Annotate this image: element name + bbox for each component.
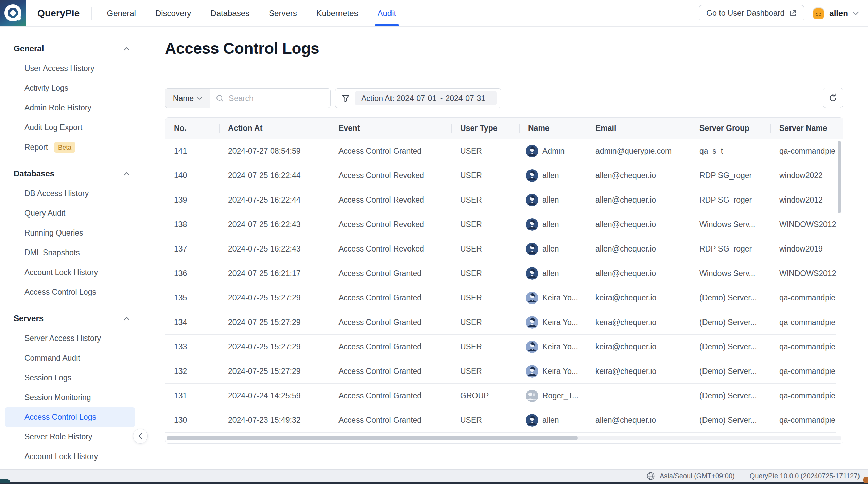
cell-event: Access Control Revoked [330,171,451,180]
beta-badge: Beta [54,142,75,153]
cell-server-name: qa-commandpie [770,293,843,302]
nav-item-audit[interactable]: Audit [378,0,396,26]
cell-server-name: WINDOWS2012 [770,220,843,229]
user-avatar [526,194,538,206]
name-label: allen [542,220,559,229]
sidebar-item-running-queries[interactable]: Running Queries [5,223,135,243]
cell-action-at: 2024-07-25 16:22:44 [219,171,330,180]
sidebar-item-activity-logs[interactable]: Activity Logs [5,78,135,98]
cell-no: 140 [165,171,219,180]
sidebar-item-command-audit[interactable]: Command Audit [5,348,135,368]
table-row[interactable]: 1362024-07-25 16:21:17Access Control Gra… [165,261,843,286]
cell-action-at: 2024-07-25 15:27:29 [219,293,330,302]
sidebar-item-label: Running Queries [24,228,83,238]
vertical-scrollbar-thumb[interactable] [838,141,841,213]
querypie-logo-icon[interactable] [0,0,26,26]
sidebar-section-databases: DatabasesDB Access HistoryQuery AuditRun… [0,164,140,302]
cell-server-group: (Demo) Server... [691,416,770,425]
sidebar-item-label: User Access History [24,64,94,73]
access-control-logs-table: No.Action AtEventUser TypeNameEmailServe… [165,117,843,444]
table-row[interactable]: 1352024-07-25 15:27:29Access Control Gra… [165,286,843,310]
cell-user-type: USER [451,171,519,180]
page-title: Access Control Logs [165,39,319,57]
sidebar-item-user-access-history[interactable]: User Access History [5,58,135,78]
external-link-icon [789,9,797,17]
vertical-scrollbar [836,139,843,443]
name-label: allen [542,171,559,180]
cell-user-type: USER [451,416,519,425]
name-label: Keira Yo... [542,293,578,302]
table-row[interactable]: 1392024-07-25 16:22:44Access Control Rev… [165,188,843,212]
cell-event: Access Control Revoked [330,195,451,205]
nav-item-general[interactable]: General [107,0,136,26]
cell-no: 139 [165,195,219,205]
cell-name: Admin [519,145,587,157]
cell-server-name: qa-commandpie [770,342,843,351]
nav-item-discovery[interactable]: Discovery [155,0,191,26]
name-label: Keira Yo... [542,342,578,351]
sidebar-item-label: Server Role History [24,432,92,442]
sidebar-collapse-button[interactable] [133,429,148,444]
name-label: allen [542,416,559,425]
user-avatar [526,316,538,329]
sidebar-item-account-lock-history[interactable]: Account Lock History [5,447,135,466]
cell-server-group: Windows Serv... [691,269,770,278]
table-row[interactable]: 1302024-07-23 15:49:32Access Control Gra… [165,408,843,433]
sidebar-item-dml-snapshots[interactable]: DML Snapshots [5,243,135,262]
column-header-name: Name [519,124,587,133]
cell-server-name: qa-commandpie [770,318,843,327]
sidebar-item-server-access-history[interactable]: Server Access History [5,328,135,348]
search-input[interactable] [228,93,328,103]
nav-item-kubernetes[interactable]: Kubernetes [316,0,358,26]
user-avatar [526,169,538,182]
table-row[interactable]: 1322024-07-25 15:27:29Access Control Gra… [165,359,843,384]
table-row[interactable]: 1402024-07-25 16:22:44Access Control Rev… [165,163,843,188]
search-field-dropdown[interactable]: Name [165,89,210,108]
sidebar-item-query-audit[interactable]: Query Audit [5,203,135,223]
sidebar-item-account-lock-history[interactable]: Account Lock History [5,262,135,282]
horizontal-scrollbar [167,436,841,440]
table-row[interactable]: 1372024-07-25 16:22:43Access Control Rev… [165,237,843,261]
cell-name: allen [519,267,587,280]
sidebar-item-server-role-history[interactable]: Server Role History [5,427,135,447]
user-menu[interactable]: allen [812,7,859,19]
table-row[interactable]: 1312024-07-24 14:25:59Access Control Gra… [165,384,843,408]
sidebar-item-access-control-logs[interactable]: Access Control Logs [5,282,135,302]
cell-name: allen [519,169,587,182]
user-avatar [526,365,538,378]
sidebar-section-header-servers[interactable]: Servers [0,309,140,328]
sidebar-item-label: DML Snapshots [24,248,80,257]
cell-name: Keira Yo... [519,365,587,378]
cell-user-type: USER [451,367,519,376]
sidebar-item-audit-log-export[interactable]: Audit Log Export [5,118,135,137]
table-row[interactable]: 1382024-07-25 16:22:43Access Control Rev… [165,212,843,237]
sidebar-section-header-databases[interactable]: Databases [0,164,140,184]
sidebar-item-admin-role-history[interactable]: Admin Role History [5,98,135,118]
sidebar-section-header-general[interactable]: General [0,39,140,58]
cell-email: allen@chequer.io [587,171,691,180]
column-header-action-at: Action At [219,124,330,133]
sidebar-item-access-control-logs[interactable]: Access Control Logs [5,407,135,427]
sidebar-item-report[interactable]: ReportBeta [5,137,135,157]
refresh-button[interactable] [823,88,843,108]
table-row[interactable]: 1342024-07-25 15:27:29Access Control Gra… [165,310,843,335]
nav-item-databases[interactable]: Databases [210,0,249,26]
cell-server-group: RDP SG_roger [691,195,770,205]
globe-icon [646,472,655,480]
user-avatar [526,267,538,280]
nav-item-servers[interactable]: Servers [269,0,297,26]
sidebar-section-title: Servers [14,314,44,323]
date-filter[interactable]: Action At: 2024-07-01 ~ 2024-07-31 [335,88,501,108]
cell-event: Access Control Granted [330,391,451,400]
sidebar-item-session-monitoring[interactable]: Session Monitoring [5,387,135,407]
sidebar-item-session-logs[interactable]: Session Logs [5,368,135,387]
go-to-user-dashboard-button[interactable]: Go to User Dashboard [699,5,804,21]
horizontal-scrollbar-thumb[interactable] [167,436,578,440]
user-avatar [526,292,538,304]
table-header-row: No.Action AtEventUser TypeNameEmailServe… [165,118,843,139]
version-label: QueryPie 10.0.0 (20240725-171127) [750,472,860,480]
table-row[interactable]: 1412024-07-27 08:54:59Access Control Gra… [165,139,843,163]
cell-action-at: 2024-07-25 15:27:29 [219,318,330,327]
sidebar-item-db-access-history[interactable]: DB Access History [5,184,135,203]
table-row[interactable]: 1332024-07-25 15:27:29Access Control Gra… [165,335,843,359]
